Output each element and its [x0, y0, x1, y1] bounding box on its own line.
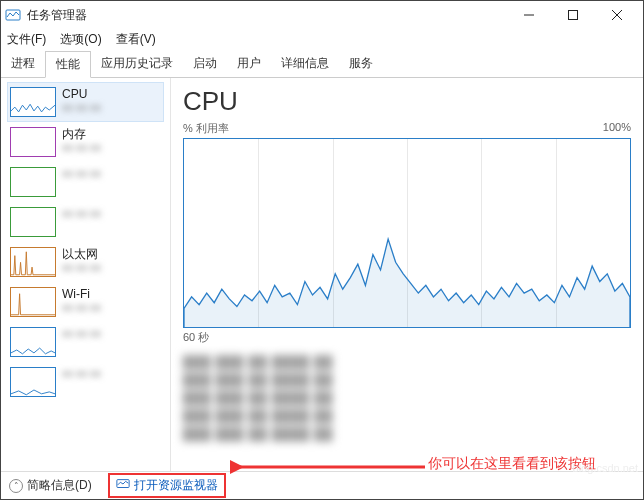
tabbar: 进程 性能 应用历史记录 启动 用户 详细信息 服务: [1, 51, 643, 78]
axis-right-label: 100%: [603, 121, 631, 136]
statusbar: ˄ 简略信息(D) 打开资源监视器: [1, 471, 643, 499]
sidebar-item-label: Wi-Fi: [62, 287, 101, 301]
sidebar-item-cpu[interactable]: CPU: [7, 82, 164, 122]
sidebar-item-disk[interactable]: [7, 162, 164, 202]
sidebar-item-disk2[interactable]: [7, 202, 164, 242]
tab-details[interactable]: 详细信息: [271, 51, 339, 77]
monitor-icon: [116, 477, 130, 494]
task-manager-window: 任务管理器 文件(F) 选项(O) 查看(V) 进程 性能 应用历史记录 启动 …: [0, 0, 644, 500]
tab-processes[interactable]: 进程: [1, 51, 45, 77]
sidebar: CPU 内存 以太网: [1, 78, 171, 471]
main-title: CPU: [183, 86, 631, 117]
ethernet-thumb-icon: [10, 247, 56, 277]
menu-file[interactable]: 文件(F): [7, 31, 46, 48]
titlebar: 任务管理器: [1, 1, 643, 29]
content-area: CPU 内存 以太网: [1, 78, 643, 471]
tab-performance[interactable]: 性能: [45, 51, 91, 78]
sidebar-item-wifi[interactable]: Wi-Fi: [7, 282, 164, 322]
main-panel: CPU % 利用率 100% 60 秒: [171, 78, 643, 471]
cpu-thumb-icon: [10, 87, 56, 117]
menubar: 文件(F) 选项(O) 查看(V): [1, 29, 643, 49]
tab-users[interactable]: 用户: [227, 51, 271, 77]
sidebar-item-label: 内存: [62, 127, 101, 141]
open-resource-monitor-button[interactable]: 打开资源监视器: [108, 473, 226, 498]
axis-left-label: % 利用率: [183, 121, 229, 136]
sidebar-item-sub: [62, 141, 101, 153]
gpu-thumb-icon: [10, 327, 56, 357]
fewer-details-label: 简略信息(D): [27, 477, 92, 494]
sidebar-item-gpu[interactable]: [7, 322, 164, 362]
sidebar-item-sub: [62, 261, 101, 273]
sidebar-item-gpu2[interactable]: [7, 362, 164, 402]
fewer-details-button[interactable]: ˄ 简略信息(D): [9, 477, 92, 494]
sidebar-item-label: 以太网: [62, 247, 101, 261]
sidebar-item-sub: [62, 207, 101, 219]
tab-app-history[interactable]: 应用历史记录: [91, 51, 183, 77]
app-icon: [5, 7, 21, 23]
cpu-chart: [183, 138, 631, 328]
app-title: 任务管理器: [27, 7, 507, 24]
chart-top-axis: % 利用率 100%: [183, 121, 631, 136]
sidebar-item-sub: [62, 101, 101, 113]
menu-view[interactable]: 查看(V): [116, 31, 156, 48]
sidebar-item-sub: [62, 167, 101, 179]
wifi-thumb-icon: [10, 287, 56, 317]
minimize-button[interactable]: [507, 1, 551, 29]
chevron-up-icon: ˄: [9, 479, 23, 493]
axis-bottom-label: 60 秒: [183, 330, 631, 345]
gpu-thumb-icon: [10, 367, 56, 397]
cpu-chart-svg: [184, 139, 630, 328]
sidebar-item-sub: [62, 367, 101, 379]
sidebar-item-sub: [62, 301, 101, 313]
window-controls: [507, 1, 639, 29]
disk-thumb-icon: [10, 167, 56, 197]
svg-rect-2: [569, 11, 578, 20]
disk-thumb-icon: [10, 207, 56, 237]
cpu-details-blurred: [183, 353, 631, 443]
tab-services[interactable]: 服务: [339, 51, 383, 77]
sidebar-item-memory[interactable]: 内存: [7, 122, 164, 162]
tab-startup[interactable]: 启动: [183, 51, 227, 77]
sidebar-item-sub: [62, 327, 101, 339]
close-button[interactable]: [595, 1, 639, 29]
memory-thumb-icon: [10, 127, 56, 157]
open-resmon-label: 打开资源监视器: [134, 477, 218, 494]
maximize-button[interactable]: [551, 1, 595, 29]
menu-options[interactable]: 选项(O): [60, 31, 101, 48]
sidebar-item-label: CPU: [62, 87, 101, 101]
sidebar-item-ethernet[interactable]: 以太网: [7, 242, 164, 282]
